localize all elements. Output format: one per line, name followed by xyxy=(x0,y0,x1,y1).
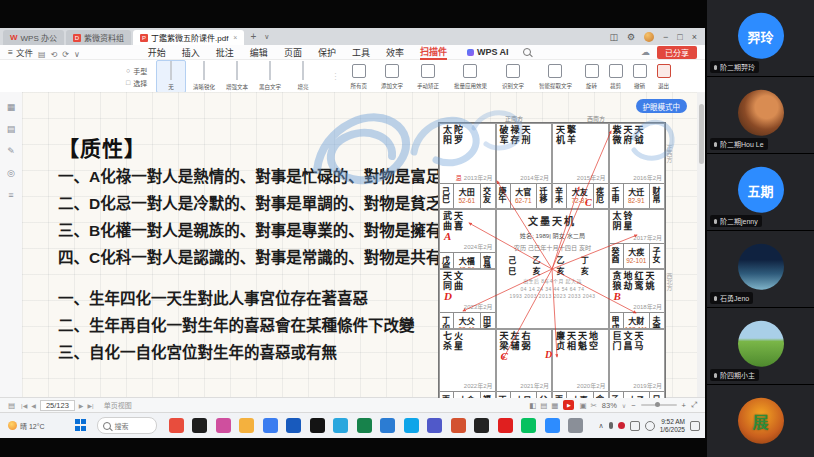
weather-widget[interactable]: 晴 12°C xyxy=(0,421,53,431)
microphone-icon[interactable] xyxy=(609,422,613,429)
play-slideshow-button[interactable]: ▶ xyxy=(563,400,574,410)
target-icon[interactable]: ◎ xyxy=(7,168,15,178)
tool-1[interactable]: 所有页 xyxy=(349,64,369,90)
eye-protection-badge[interactable]: 护眼模式中 xyxy=(636,99,688,113)
menu-批注[interactable]: 批注 xyxy=(216,46,234,59)
select-tool-button[interactable]: □选择 xyxy=(126,78,147,88)
more-caret-icon[interactable]: ∨ xyxy=(74,50,80,59)
taskbar-app-icon-7[interactable] xyxy=(310,418,325,433)
taskbar-app-icon-1[interactable] xyxy=(169,418,184,433)
menu-保护[interactable]: 保护 xyxy=(318,46,336,59)
taskbar-app-icon-4[interactable] xyxy=(239,418,254,433)
taskbar-app-icon-12[interactable] xyxy=(427,418,442,433)
double-page-icon[interactable]: ▦ xyxy=(551,401,558,410)
next-page-button[interactable]: ▶ xyxy=(79,402,84,409)
taskbar-clock[interactable]: 9:52 AM1/6/2025 xyxy=(660,418,685,433)
taskbar-app-icon-9[interactable] xyxy=(357,418,372,433)
redo-icon[interactable]: ⟳ xyxy=(62,50,69,59)
participant-tile-3[interactable]: 五期阶二期jenny xyxy=(707,154,814,231)
menu-效率[interactable]: 效率 xyxy=(386,46,404,59)
menu-插入[interactable]: 插入 xyxy=(182,46,200,59)
start-button[interactable] xyxy=(75,419,88,432)
taskbar-search[interactable]: 搜索 xyxy=(97,417,157,434)
zoom-out-button[interactable]: − xyxy=(631,401,635,410)
zoom-in-button[interactable]: + xyxy=(682,401,686,410)
page-indicator[interactable]: 25/123 xyxy=(40,400,75,411)
read-mode-icon[interactable]: ◧ xyxy=(529,401,536,410)
menu-编辑[interactable]: 编辑 xyxy=(250,46,268,59)
wps-ai-button[interactable]: WPS AI xyxy=(467,47,509,57)
outline-icon[interactable]: ≡ xyxy=(8,190,13,200)
cloud-sync-icon[interactable]: ☁ xyxy=(641,47,650,57)
menu-工具[interactable]: 工具 xyxy=(352,46,370,59)
taskbar-app-icon-10[interactable] xyxy=(380,418,395,433)
taskbar-app-icon-5[interactable] xyxy=(263,418,278,433)
taskbar-app-icon-6[interactable] xyxy=(286,418,301,433)
close-button[interactable]: × xyxy=(692,32,697,42)
hand-tool-button[interactable]: ○手型 xyxy=(126,66,147,76)
first-page-button[interactable]: |◀ xyxy=(21,402,27,409)
thumbnails-icon[interactable]: ▤ xyxy=(7,124,16,134)
search-icon[interactable] xyxy=(523,48,531,56)
tool-2[interactable]: 添加文字 xyxy=(379,64,405,90)
minimize-button[interactable]: − xyxy=(663,32,668,42)
tab-3[interactable]: P丁鑑紫微五阶课件.pdf× xyxy=(133,30,244,45)
user-avatar[interactable] xyxy=(644,32,654,42)
skin-icon[interactable]: ◫ xyxy=(609,32,618,42)
pdf-page[interactable]: 护眼模式中 【质性】 一、A化祿一對人是熱情的、對事是忙碌的、對物是富足的二、D… xyxy=(22,92,697,398)
camera-icon[interactable] xyxy=(630,421,640,431)
notification-center-icon[interactable] xyxy=(690,421,700,431)
maximize-button[interactable]: □ xyxy=(677,32,682,42)
scrollbar-thumb[interactable] xyxy=(699,104,704,164)
share-button[interactable]: 已分享 xyxy=(657,46,697,59)
panel-toggle-icon[interactable]: ▦ xyxy=(7,102,16,112)
scan-mode-3[interactable]: 增强文本 xyxy=(222,60,252,93)
taskbar-app-icon-8[interactable] xyxy=(333,418,348,433)
tool-4[interactable]: 批量应用效果 xyxy=(451,64,490,90)
taskbar-app-icon-15[interactable] xyxy=(498,418,513,433)
participant-tile-5[interactable]: 阶四期小主 xyxy=(707,308,814,385)
taskbar-app-icon-14[interactable] xyxy=(474,418,489,433)
taskbar-app-icon-2[interactable] xyxy=(192,418,207,433)
scan-mode-4[interactable]: 黑白文字 xyxy=(255,60,285,93)
speaker-icon[interactable] xyxy=(645,421,655,431)
crop-icon[interactable]: ✂ xyxy=(591,401,597,410)
taskbar-app-icon-17[interactable] xyxy=(545,418,560,433)
tray-expand-icon[interactable]: ∧ xyxy=(599,422,604,430)
thumbnail-panel-icon[interactable]: ▤ xyxy=(8,401,15,410)
snapshot-icon[interactable]: ▣ xyxy=(579,401,586,410)
zoom-slider[interactable] xyxy=(641,404,677,406)
tab-list-caret-icon[interactable]: ∨ xyxy=(264,33,269,41)
file-menu-button[interactable]: ≡ 文件 xyxy=(8,46,33,58)
scan-mode-2[interactable]: 清晰锐化 xyxy=(189,60,219,93)
menu-页面[interactable]: 页面 xyxy=(284,46,302,59)
undo-icon[interactable]: ⟲ xyxy=(51,50,58,59)
zoom-level[interactable]: 83% xyxy=(602,401,617,410)
taskbar-app-icon-16[interactable] xyxy=(521,418,536,433)
tool-10[interactable]: 退出 xyxy=(657,64,671,90)
scan-mode-5[interactable]: 增亮 xyxy=(288,60,318,93)
taskbar-app-icon-18[interactable] xyxy=(568,418,583,433)
tool-6[interactable]: 智能提取文字 xyxy=(536,64,575,90)
single-page-icon[interactable]: ▤ xyxy=(540,401,547,410)
tool-5[interactable]: 识别文字 xyxy=(500,64,526,90)
taskbar-app-icon-3[interactable] xyxy=(216,418,231,433)
participant-tile-2[interactable]: 阶二期Hou Le xyxy=(707,77,814,154)
fullscreen-button[interactable]: ⤢ xyxy=(691,400,697,410)
save-icon[interactable]: ▤ xyxy=(38,50,46,59)
menu-scan-tab[interactable]: 扫描件 xyxy=(420,45,447,60)
scan-mode-1[interactable]: 无 xyxy=(156,60,186,93)
prev-page-button[interactable]: ◀ xyxy=(31,402,36,409)
last-page-button[interactable]: ▶| xyxy=(87,402,93,409)
tab-close-icon[interactable]: × xyxy=(233,34,237,41)
participant-tile-4[interactable]: 石勇Jeno xyxy=(707,231,814,308)
vertical-scrollbar[interactable] xyxy=(697,92,705,398)
new-tab-button[interactable]: + xyxy=(250,31,256,42)
tool-9[interactable]: 撤销 xyxy=(633,64,647,90)
tool-8[interactable]: 裁剪 xyxy=(609,64,623,90)
participant-tile-6[interactable]: 展 xyxy=(707,385,814,457)
taskbar-app-icon-11[interactable] xyxy=(404,418,419,433)
annotate-icon[interactable]: ✎ xyxy=(7,146,15,156)
taskbar-app-icon-13[interactable] xyxy=(451,418,466,433)
record-indicator-icon[interactable] xyxy=(618,422,625,429)
